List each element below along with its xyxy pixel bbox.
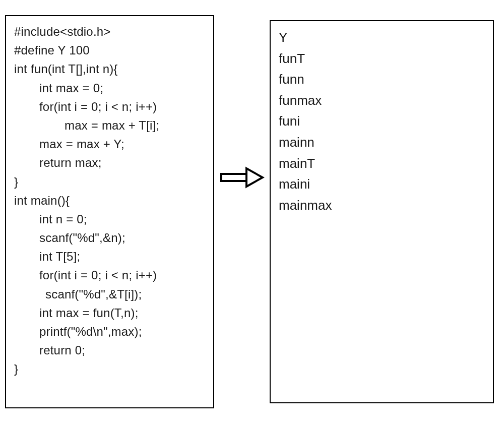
code-line: for(int i = 0; i < n; i++)	[14, 97, 205, 116]
identifier-line: mainT	[279, 153, 485, 174]
code-line: return max;	[14, 153, 205, 172]
identifier-line: funmax	[279, 90, 485, 111]
diagram-container: #include<stdio.h>#define Y 100int fun(in…	[5, 15, 499, 413]
code-line: return 0;	[14, 341, 205, 359]
code-line: #include<stdio.h>	[14, 22, 205, 41]
identifiers-panel: YfunTfunnfunmaxfunimainnmainTmainimainma…	[270, 20, 494, 403]
code-line: max = max + T[i];	[14, 116, 205, 135]
code-line: int max = 0;	[14, 79, 205, 97]
svg-rect-0	[221, 174, 246, 181]
code-line: int n = 0;	[14, 210, 205, 228]
identifier-line: funi	[279, 111, 485, 132]
source-code-panel: #include<stdio.h>#define Y 100int fun(in…	[5, 15, 214, 408]
code-line: scanf("%d",&T[i]);	[14, 285, 205, 303]
code-line: int fun(int T[],int n){	[14, 59, 205, 78]
code-line: #define Y 100	[14, 41, 205, 59]
identifier-line: maini	[279, 174, 485, 195]
code-line: }	[14, 359, 205, 378]
identifier-line: Y	[279, 27, 485, 48]
identifier-line: mainmax	[279, 195, 485, 216]
identifier-line: mainn	[279, 132, 485, 153]
identifier-line: funn	[279, 69, 485, 90]
code-line: int max = fun(T,n);	[14, 303, 205, 322]
arrow-icon	[214, 166, 270, 189]
identifier-line: funT	[279, 48, 485, 70]
code-line: printf("%d\n",max);	[14, 322, 205, 341]
code-line: int main(){	[14, 191, 205, 210]
code-line: for(int i = 0; i < n; i++)	[14, 266, 205, 284]
code-line: max = max + Y;	[14, 135, 205, 153]
code-line: scanf("%d",&n);	[14, 228, 205, 247]
code-line: int T[5];	[14, 247, 205, 266]
svg-marker-1	[246, 168, 263, 187]
code-line: }	[14, 172, 205, 191]
